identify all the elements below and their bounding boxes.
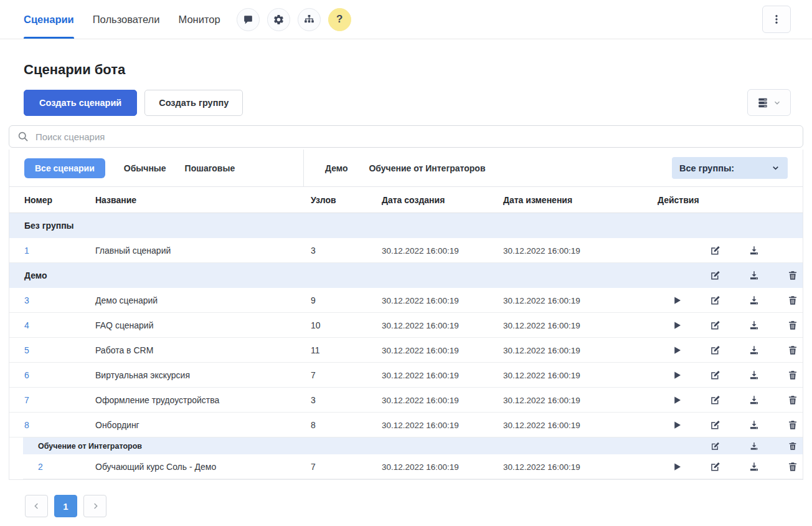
play-button[interactable] bbox=[658, 363, 696, 388]
kebab-menu-button[interactable] bbox=[762, 6, 791, 33]
scenario-nodes-count: 3 bbox=[311, 395, 382, 405]
empty-action-slot bbox=[735, 213, 773, 238]
delete-button[interactable] bbox=[773, 454, 812, 479]
modified-date: 30.12.2022 16:00:19 bbox=[503, 321, 658, 330]
edit-button[interactable] bbox=[696, 413, 735, 438]
download-button[interactable] bbox=[735, 438, 773, 454]
filter-regular[interactable]: Обычные bbox=[124, 163, 166, 173]
tab-monitor[interactable]: Монитор bbox=[178, 0, 220, 39]
scenario-name: Работа в CRM bbox=[95, 345, 311, 355]
server-stack-icon bbox=[757, 97, 769, 109]
edit-button[interactable] bbox=[696, 338, 735, 363]
created-date: 30.12.2022 16:00:19 bbox=[382, 371, 503, 380]
table-row: 6Виртуальная экскурсия730.12.2022 16:00:… bbox=[9, 363, 803, 388]
scenario-number-link[interactable]: 1 bbox=[24, 246, 29, 256]
scenario-number-link[interactable]: 7 bbox=[24, 395, 29, 405]
view-mode-dropdown[interactable] bbox=[747, 89, 791, 116]
play-button[interactable] bbox=[658, 338, 696, 363]
row-actions bbox=[658, 454, 812, 479]
edit-button[interactable] bbox=[696, 263, 735, 288]
delete-button[interactable] bbox=[773, 413, 812, 438]
play-button[interactable] bbox=[658, 413, 696, 438]
download-button[interactable] bbox=[735, 288, 773, 313]
pagination-next-button[interactable] bbox=[83, 495, 106, 517]
row-actions bbox=[658, 288, 812, 313]
table-row: 4FAQ сценарий1030.12.2022 16:00:1930.12.… bbox=[9, 313, 803, 338]
group-link-demo[interactable]: Демо bbox=[325, 163, 347, 173]
edit-button[interactable] bbox=[696, 238, 735, 263]
download-button[interactable] bbox=[735, 313, 773, 338]
delete-button[interactable] bbox=[773, 288, 812, 313]
download-button[interactable] bbox=[735, 388, 773, 413]
scenario-number-link[interactable]: 3 bbox=[24, 295, 29, 305]
modified-date: 30.12.2022 16:00:19 bbox=[503, 296, 658, 305]
download-button[interactable] bbox=[735, 413, 773, 438]
table-row: 5Работа в CRM1130.12.2022 16:00:1930.12.… bbox=[9, 338, 803, 363]
nav-icon-group: ? bbox=[237, 8, 351, 31]
delete-button[interactable] bbox=[773, 438, 812, 454]
scenario-number-link[interactable]: 5 bbox=[24, 345, 29, 355]
sitemap-icon[interactable] bbox=[298, 8, 321, 31]
play-button[interactable] bbox=[658, 313, 696, 338]
edit-button[interactable] bbox=[696, 454, 735, 479]
pagination: 1 bbox=[25, 495, 812, 517]
scenarios-panel: Все сценарии Обычные Пошаговые Демо Обуч… bbox=[9, 150, 803, 480]
search-icon bbox=[17, 130, 29, 143]
delete-button[interactable] bbox=[773, 313, 812, 338]
table-header-row: НомерНазваниеУзловДата созданияДата изме… bbox=[9, 187, 803, 213]
tab-users[interactable]: Пользователи bbox=[93, 0, 160, 39]
group-header-row: Без группы bbox=[9, 213, 803, 238]
delete-button[interactable] bbox=[773, 263, 812, 288]
chat-icon[interactable] bbox=[237, 8, 260, 31]
pagination-prev-button[interactable] bbox=[25, 495, 48, 517]
download-button[interactable] bbox=[735, 338, 773, 363]
edit-button[interactable] bbox=[696, 388, 735, 413]
filter-all-scenarios[interactable]: Все сценарии bbox=[24, 158, 105, 178]
table-row: 8Онбординг830.12.2022 16:00:1930.12.2022… bbox=[9, 413, 803, 438]
delete-button[interactable] bbox=[773, 338, 812, 363]
empty-action-slot bbox=[658, 263, 696, 288]
download-button[interactable] bbox=[735, 238, 773, 263]
download-button[interactable] bbox=[735, 454, 773, 479]
row-actions bbox=[658, 413, 812, 438]
column-header: Название bbox=[95, 195, 311, 205]
group-name: Без группы bbox=[9, 221, 658, 231]
group-link-integrators[interactable]: Обучение от Интеграторов bbox=[369, 163, 485, 173]
play-button[interactable] bbox=[658, 388, 696, 413]
delete-button[interactable] bbox=[773, 363, 812, 388]
play-button[interactable] bbox=[658, 288, 696, 313]
edit-button[interactable] bbox=[696, 288, 735, 313]
download-button[interactable] bbox=[735, 363, 773, 388]
delete-button[interactable] bbox=[773, 388, 812, 413]
play-button[interactable] bbox=[658, 454, 696, 479]
edit-button[interactable] bbox=[696, 438, 735, 454]
edit-button[interactable] bbox=[696, 363, 735, 388]
create-group-button[interactable]: Создать группу bbox=[144, 90, 243, 116]
table-row: 3Демо сценарий930.12.2022 16:00:1930.12.… bbox=[9, 288, 803, 313]
scenario-number-link[interactable]: 8 bbox=[24, 420, 29, 430]
edit-button[interactable] bbox=[696, 313, 735, 338]
download-button[interactable] bbox=[735, 263, 773, 288]
scenario-number-link[interactable]: 2 bbox=[38, 462, 43, 472]
create-scenario-button[interactable]: Создать сценарий bbox=[24, 90, 137, 116]
created-date: 30.12.2022 16:00:19 bbox=[382, 246, 503, 256]
scenario-number-link[interactable]: 4 bbox=[24, 320, 29, 330]
group-header-row: Демо bbox=[9, 263, 803, 288]
gear-icon[interactable] bbox=[267, 8, 290, 31]
groups-filter-select[interactable]: Все группы: bbox=[672, 157, 788, 179]
row-actions bbox=[658, 238, 812, 263]
help-icon[interactable]: ? bbox=[328, 8, 351, 31]
group-actions bbox=[658, 213, 812, 238]
filter-stepwise[interactable]: Пошаговые bbox=[185, 163, 235, 173]
chevron-right-icon bbox=[90, 501, 100, 511]
search-bar bbox=[9, 125, 803, 148]
scenario-nodes-count: 8 bbox=[311, 420, 382, 430]
nested-group-section: Обучение от Интеграторов2Обучающий курс … bbox=[23, 438, 803, 479]
pagination-page-button[interactable]: 1 bbox=[54, 495, 77, 517]
search-input[interactable] bbox=[9, 125, 803, 148]
tab-scenarios[interactable]: Сценарии bbox=[24, 0, 74, 39]
groups-filter-label: Все группы: bbox=[679, 163, 734, 173]
scenario-name: Главный сценарий bbox=[95, 246, 311, 256]
scenario-number-link[interactable]: 6 bbox=[24, 370, 29, 380]
table-row: 1Главный сценарий330.12.2022 16:00:1930.… bbox=[9, 238, 803, 263]
